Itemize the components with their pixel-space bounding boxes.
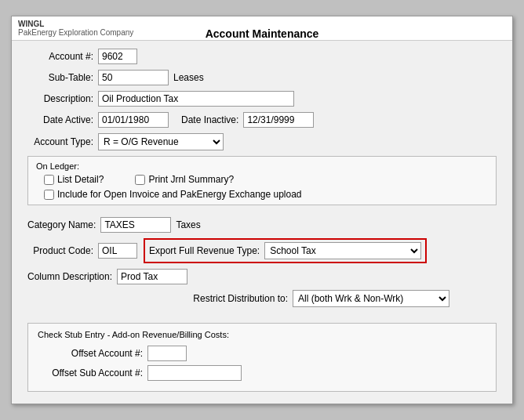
- offset-account-row: Offset Account #:: [45, 346, 486, 361]
- description-row: Description:: [27, 91, 497, 107]
- print-jrnl-group: Print Jrnl Summary?: [135, 174, 234, 185]
- sub-table-label: Sub-Table:: [27, 72, 98, 83]
- restrict-distribution-select[interactable]: All (both Wrk & Non-Wrk) Working Interes…: [293, 290, 449, 307]
- account-number-label: Account #:: [27, 51, 98, 62]
- check-stub-title: Check Stub Entry - Add-on Revenue/Billin…: [38, 330, 486, 339]
- export-revenue-highlight: Export Full Revenue Type: School Tax Sta…: [144, 238, 427, 263]
- restrict-distribution-label: Restrict Distribution to:: [193, 293, 288, 304]
- on-ledger-title: On Ledger:: [36, 161, 488, 171]
- description-label: Description:: [27, 93, 98, 104]
- list-detail-group: List Detail?: [44, 174, 104, 185]
- sub-table-row: Sub-Table: Leases: [27, 70, 497, 85]
- category-name-input[interactable]: [100, 217, 171, 233]
- column-description-label: Column Description:: [27, 271, 117, 282]
- print-jrnl-label: Print Jrnl Summary?: [148, 174, 234, 185]
- account-number-row: Account #:: [27, 49, 497, 64]
- date-inactive-input[interactable]: [243, 112, 314, 128]
- description-input[interactable]: [98, 91, 294, 107]
- offset-sub-account-label: Offset Sub Account #:: [45, 368, 147, 378]
- export-revenue-label: Export Full Revenue Type:: [149, 245, 260, 256]
- product-code-label: Product Code:: [27, 245, 98, 256]
- offset-account-input[interactable]: [147, 346, 187, 361]
- dates-row: Date Active: Date Inactive:: [27, 112, 497, 128]
- export-revenue-select[interactable]: School Tax State Tax County Tax Federal …: [264, 242, 421, 259]
- list-detail-label: List Detail?: [57, 174, 104, 185]
- open-invoice-label: Include for Open Invoice and PakEnergy E…: [57, 189, 302, 200]
- category-name-suffix: Taxes: [176, 219, 200, 230]
- offset-account-label: Offset Account #:: [45, 348, 147, 359]
- column-description-row: Column Description:: [27, 269, 497, 284]
- offset-sub-account-input[interactable]: [147, 365, 242, 381]
- list-detail-checkbox[interactable]: [44, 175, 54, 185]
- account-type-label: Account Type:: [27, 136, 98, 147]
- main-window: WINGL PakEnergy Exploration Company Acco…: [11, 16, 513, 404]
- open-invoice-checkbox[interactable]: [44, 190, 54, 200]
- offset-sub-account-row: Offset Sub Account #:: [45, 365, 486, 381]
- category-name-label: Category Name:: [27, 219, 100, 230]
- sub-table-input[interactable]: [98, 70, 169, 85]
- date-inactive-label: Date Inactive:: [181, 114, 238, 125]
- category-name-row: Category Name: Taxes: [27, 217, 497, 233]
- title-bar: WINGL PakEnergy Exploration Company Acco…: [12, 16, 512, 41]
- restrict-distribution-row: Restrict Distribution to: All (both Wrk …: [27, 290, 497, 307]
- sub-table-suffix: Leases: [173, 72, 204, 83]
- column-description-input[interactable]: [117, 269, 187, 284]
- date-active-label: Date Active:: [27, 114, 98, 125]
- product-export-row: Product Code: Export Full Revenue Type: …: [27, 238, 497, 263]
- account-type-row: Account Type: R = O/G Revenue E = Expens…: [27, 133, 497, 150]
- product-code-input[interactable]: [98, 243, 137, 259]
- on-ledger-section: On Ledger: List Detail? Print Jrnl Summa…: [27, 156, 497, 205]
- app-name: WINGL: [18, 20, 133, 28]
- form-content: Account #: Sub-Table: Leases Description…: [12, 41, 512, 404]
- page-title: Account Maintenance: [206, 27, 319, 40]
- account-number-input[interactable]: [98, 49, 137, 64]
- company-name: PakEnergy Exploration Company: [18, 28, 133, 37]
- date-active-input[interactable]: [98, 112, 169, 128]
- print-jrnl-checkbox[interactable]: [135, 175, 145, 185]
- check-stub-section: Check Stub Entry - Add-on Revenue/Billin…: [27, 323, 497, 392]
- account-type-select[interactable]: R = O/G Revenue E = Expense L = Liabilit…: [98, 133, 224, 150]
